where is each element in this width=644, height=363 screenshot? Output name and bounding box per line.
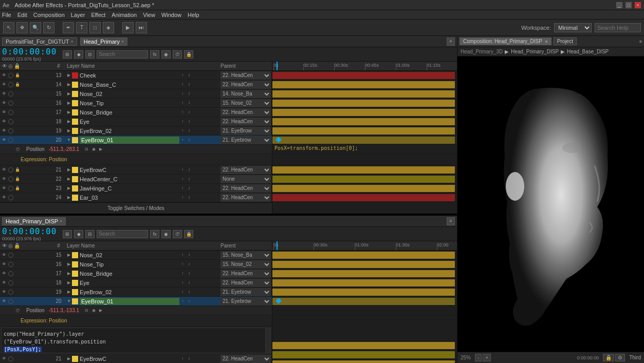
layer-row-16[interactable]: 👁 16 ▶ Nose_Tip ↑ / 15. No	[0, 99, 272, 108]
preview-ctrl-1[interactable]: 🔒	[603, 354, 614, 361]
sw-17-1[interactable]: ↑	[179, 109, 186, 116]
bottom-timeline-ruler[interactable]: 0s 00:30s 01:00s 01:30s 02:00	[272, 241, 457, 251]
sw-14-2[interactable]: /	[186, 82, 192, 88]
layer-row-20[interactable]: 👁 20 ▼ EyeBrow_01 ↑ / 21.	[0, 136, 272, 145]
visibility-21[interactable]: 👁	[1, 167, 7, 173]
close-button[interactable]: ×	[634, 2, 641, 9]
bottom-parent-select-16[interactable]: 15. Nose_02	[220, 260, 271, 269]
preview-ctrl-zoom-in[interactable]: +	[483, 354, 491, 361]
bottom-layer-row-16[interactable]: 👁 16 ▶ Nose_Tip ↑ / 15. No	[0, 260, 272, 269]
tool-shape[interactable]: □	[89, 22, 101, 33]
bottom-layer-row-21[interactable]: 👁 21 ▶ EyeBrowC ↑ / 22. He	[0, 354, 272, 363]
sw-22-1[interactable]: ↑	[179, 176, 186, 182]
tab-head-primary-close[interactable]: ×	[121, 39, 124, 44]
bottom-sw-21-1[interactable]: ↑	[179, 356, 186, 362]
rp-menu-icon[interactable]: ≡	[639, 39, 642, 44]
visibility-24[interactable]: 👁	[1, 195, 7, 201]
minimize-button[interactable]: _	[616, 2, 623, 9]
bottom-ctrl-3[interactable]: ⊟	[85, 230, 95, 238]
lock-13[interactable]: 🔒	[14, 72, 21, 79]
solo-14[interactable]	[8, 82, 14, 88]
parent-select-15[interactable]: 14. Nose_Ba	[220, 90, 271, 98]
bottom-playhead[interactable]	[277, 241, 278, 250]
solo-20[interactable]	[8, 137, 14, 143]
parent-select-14[interactable]: 22. HeadCen	[220, 81, 271, 89]
bottom-expand-19[interactable]: ▶	[66, 290, 72, 294]
bottom-layer-row-18[interactable]: 👁 18 ▶ Eye ↑ / 22. HeadCen	[0, 278, 272, 288]
sw-24-2[interactable]: /	[186, 195, 192, 201]
parent-select-18[interactable]: 22. HeadCen	[220, 118, 271, 126]
preview-ctrl-2[interactable]: ⚙	[615, 354, 625, 361]
parent-select-13[interactable]: 22. HeadCen	[220, 71, 271, 80]
parent-select-16[interactable]: 15. Nose_02	[220, 99, 271, 107]
expand-21[interactable]: ▶	[66, 167, 72, 172]
tab-head-primary[interactable]: Head_Primary ×	[80, 37, 128, 46]
bottom-layer-row-20[interactable]: 👁 20 ▼ EyeBrow_01 ↑ / 21.	[0, 297, 272, 306]
solo-21[interactable]	[8, 167, 14, 173]
pos-btn-3[interactable]: ▶	[98, 146, 104, 152]
bottom-expand-15[interactable]: ▶	[66, 253, 72, 257]
visibility-22[interactable]: 👁	[1, 176, 7, 182]
layer-row-21[interactable]: 👁 🔒 21 ▶ EyeBrowC ↑ / 22.	[0, 165, 272, 175]
tool-text[interactable]: T	[76, 22, 87, 33]
menu-window[interactable]: Window	[161, 12, 181, 18]
expand-20[interactable]: ▼	[66, 138, 72, 142]
bottom-pos-btn-1[interactable]: ⊟	[83, 308, 89, 314]
layer-row-13[interactable]: 👁 🔒 13 ▶ Cheek ↑ / 22. Hea	[0, 71, 272, 80]
menu-effect[interactable]: Effect	[91, 12, 105, 18]
solo-23[interactable]	[8, 185, 14, 192]
bottom-visibility-15[interactable]: 👁	[1, 252, 7, 258]
tab-head-primary-disp-close[interactable]: ×	[60, 219, 62, 224]
expand-22[interactable]: ▶	[66, 177, 72, 181]
bottom-solo-16[interactable]	[8, 261, 14, 268]
bottom-sw-17-1[interactable]: ↑	[179, 271, 186, 277]
sw-15-2[interactable]: /	[186, 91, 192, 97]
solo-15[interactable]	[8, 91, 14, 97]
expand-23[interactable]: ▶	[66, 186, 72, 190]
bottom-parent-select-19[interactable]: 21. Eyebrow	[220, 288, 271, 296]
bottom-visibility-17[interactable]: 👁	[1, 271, 7, 277]
bottom-sw-20-2[interactable]: /	[186, 298, 192, 304]
visibility-13[interactable]: 👁	[1, 72, 7, 79]
expand-16[interactable]: ▶	[66, 101, 72, 105]
pos-btn-1[interactable]: ⊟	[83, 146, 89, 152]
bottom-lock-17[interactable]	[14, 271, 21, 277]
bottom-ctrl-4[interactable]: fx	[150, 230, 159, 238]
sw-22-2[interactable]: /	[186, 176, 192, 182]
position-value[interactable]: -511.3,-283.1	[49, 146, 80, 152]
sw-21-1[interactable]: ↑	[179, 167, 186, 173]
solo-13[interactable]	[8, 72, 14, 79]
solo-22[interactable]	[8, 176, 14, 182]
bottom-solo-20[interactable]	[8, 298, 14, 304]
bottom-expand-18[interactable]: ▶	[66, 280, 72, 285]
bottom-layer-row-17[interactable]: 👁 17 ▶ Nose_Bridge ↑ / 22.	[0, 269, 272, 278]
visibility-17[interactable]: 👁	[1, 109, 7, 116]
expand-19[interactable]: ▶	[66, 128, 72, 133]
bottom-solo-17[interactable]	[8, 271, 14, 277]
parent-select-24[interactable]: 22. HeadCen	[220, 194, 271, 202]
tab-head-primary-disp[interactable]: Head_Primary_DISP ×	[2, 217, 66, 225]
expand-13[interactable]: ▶	[66, 73, 72, 78]
menu-composition[interactable]: Composition	[33, 12, 65, 18]
search-help-input[interactable]	[595, 23, 641, 32]
top-ctrl-4[interactable]: fx	[150, 50, 159, 59]
bottom-sw-15-1[interactable]: ↑	[179, 252, 186, 258]
top-timecode[interactable]: 0:00:00:00	[2, 47, 57, 56]
sw-19-2[interactable]: /	[186, 128, 192, 134]
top-ctrl-3[interactable]: ⊟	[85, 50, 95, 59]
visibility-23[interactable]: 👁	[1, 185, 7, 192]
sw-17-2[interactable]: /	[186, 109, 192, 116]
bottom-lock-15[interactable]	[14, 252, 21, 258]
bottom-expand-16[interactable]: ▶	[66, 262, 72, 266]
lock-19[interactable]	[14, 128, 21, 134]
bottom-sw-18-1[interactable]: ↑	[179, 280, 186, 286]
top-ctrl-1[interactable]: ⊞	[63, 50, 72, 59]
top-playhead[interactable]	[277, 62, 278, 70]
top-timeline-ruler[interactable]: 0s 00:15s 00:30s 00:45s 01:00s 01:15s	[272, 62, 457, 71]
expand-24[interactable]: ▶	[66, 195, 72, 200]
layer-row-18[interactable]: 👁 18 ▶ Eye ↑ / 22. HeadCen	[0, 117, 272, 126]
bottom-sw-15-2[interactable]: /	[186, 252, 192, 258]
top-ctrl-5[interactable]: ◉	[161, 50, 171, 59]
tool-playback[interactable]: ▶	[122, 22, 134, 33]
bottom-layer-row-19[interactable]: 👁 19 ▶ EyeBrow_02 ↑ / 21.	[0, 288, 272, 297]
